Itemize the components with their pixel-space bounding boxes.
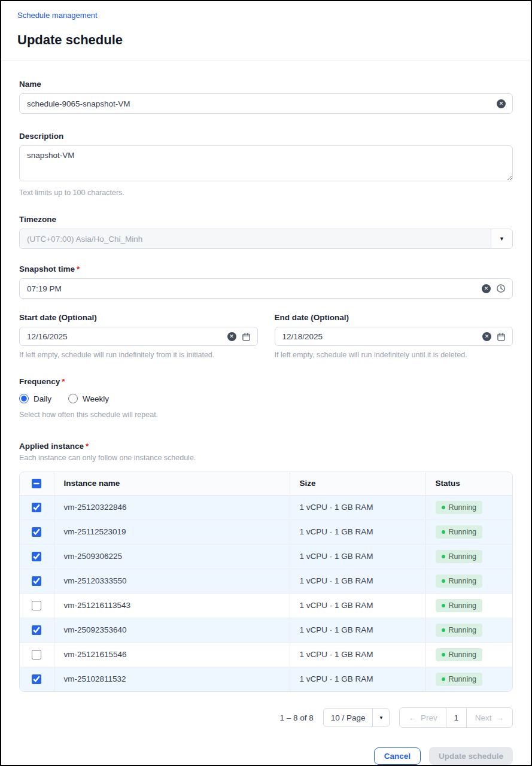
timezone-value: (UTC+07:00) Asia/Ho_Chi_Minh — [20, 229, 491, 248]
table-row[interactable]: vm-25120322846 1 vCPU · 1 GB RAM Running — [20, 495, 513, 519]
instance-name: vm-25092353640 — [54, 618, 290, 642]
table-row[interactable]: vm-25102811532 1 vCPU · 1 GB RAM Running — [20, 667, 513, 691]
status-dot-icon — [442, 506, 445, 509]
instance-name: vm-25102811532 — [54, 667, 290, 691]
applied-instance-helper: Each instance can only follow one instan… — [19, 454, 513, 462]
instance-table-body: vm-25120322846 1 vCPU · 1 GB RAM Running… — [20, 495, 513, 691]
clear-icon[interactable]: ✕ — [482, 332, 491, 341]
instance-table: Instance name Size Status vm-25120322846… — [19, 472, 513, 692]
instance-name: vm-25112523019 — [54, 519, 290, 544]
snapshot-time-label: Snapshot time* — [19, 265, 80, 273]
clear-icon[interactable]: ✕ — [497, 99, 506, 108]
row-checkbox[interactable] — [32, 601, 41, 610]
frequency-option-daily[interactable]: Daily — [19, 394, 51, 403]
status-dot-icon — [442, 579, 445, 583]
row-checkbox-cell — [20, 593, 54, 618]
status-badge: Running — [436, 525, 483, 539]
instance-size: 1 vCPU · 1 GB RAM — [290, 544, 425, 569]
clock-icon[interactable] — [496, 284, 506, 293]
table-row[interactable]: vm-2509306225 1 vCPU · 1 GB RAM Running — [20, 544, 513, 569]
table-row[interactable]: vm-251216113543 1 vCPU · 1 GB RAM Runnin… — [20, 593, 513, 618]
row-checkbox-cell — [20, 569, 54, 593]
column-header-instance-name: Instance name — [54, 472, 290, 495]
frequency-option-label: Weekly — [83, 394, 109, 403]
cancel-button[interactable]: Cancel — [374, 747, 421, 765]
next-page-button[interactable]: Next → — [466, 708, 512, 727]
status-cell: Running — [425, 569, 513, 593]
status-badge: Running — [436, 673, 483, 686]
row-checkbox-cell — [20, 642, 54, 667]
clear-icon[interactable]: ✕ — [482, 284, 491, 293]
start-date-field: Start date (Optional) ✕ If left empty, s… — [19, 312, 258, 359]
timezone-field: Timezone (UTC+07:00) Asia/Ho_Chi_Minh ▼ — [19, 214, 513, 249]
chevron-down-icon[interactable]: ▼ — [491, 229, 512, 248]
start-date-input-wrap: ✕ — [19, 327, 258, 346]
table-row[interactable]: vm-25121615546 1 vCPU · 1 GB RAM Running — [20, 642, 513, 667]
table-row[interactable]: vm-25112523019 1 vCPU · 1 GB RAM Running — [20, 519, 513, 544]
row-checkbox[interactable] — [32, 503, 41, 512]
calendar-icon[interactable] — [242, 332, 251, 341]
status-badge: Running — [436, 550, 483, 563]
description-textarea[interactable]: snapshot-VM — [19, 145, 513, 181]
instance-size: 1 vCPU · 1 GB RAM — [290, 667, 425, 691]
frequency-field: Frequency* Daily Weekly Select how often… — [19, 376, 513, 419]
start-date-helper: If left empty, schedule will run indefin… — [19, 351, 258, 359]
select-all-checkbox[interactable] — [32, 479, 41, 488]
status-label: Running — [449, 675, 477, 683]
status-label: Running — [449, 651, 477, 659]
status-label: Running — [449, 601, 477, 610]
frequency-helper: Select how often this schedule will repe… — [19, 411, 513, 419]
current-page-button[interactable]: 1 — [446, 708, 466, 727]
update-schedule-button[interactable]: Update schedule — [429, 747, 513, 765]
breadcrumb[interactable]: Schedule management — [17, 11, 98, 20]
page-title: Update schedule — [17, 32, 515, 48]
status-badge: Running — [436, 574, 483, 588]
row-checkbox[interactable] — [32, 552, 41, 561]
frequency-radio-weekly[interactable] — [68, 394, 78, 403]
description-label: Description — [19, 132, 63, 141]
required-mark: * — [86, 442, 89, 451]
status-label: Running — [449, 552, 477, 561]
status-cell: Running — [425, 667, 513, 691]
description-field: Description snapshot-VM Text limits up t… — [19, 130, 513, 197]
instance-size: 1 vCPU · 1 GB RAM — [290, 519, 425, 544]
name-label: Name — [19, 80, 41, 89]
instance-size: 1 vCPU · 1 GB RAM — [290, 569, 425, 593]
status-dot-icon — [442, 604, 445, 607]
frequency-option-label: Daily — [34, 394, 51, 403]
frequency-radio-daily[interactable] — [19, 394, 29, 403]
start-date-input[interactable] — [27, 332, 222, 341]
status-label: Running — [449, 626, 477, 634]
end-date-field: End date (Optional) ✕ If left empty, sch… — [275, 312, 513, 359]
chevron-down-icon[interactable]: ▼ — [372, 709, 389, 727]
name-input-wrap: ✕ — [19, 93, 513, 114]
status-cell: Running — [425, 642, 513, 667]
instance-name: vm-251216113543 — [54, 593, 290, 618]
row-checkbox[interactable] — [32, 650, 41, 659]
row-checkbox[interactable] — [32, 674, 41, 684]
frequency-option-weekly[interactable]: Weekly — [68, 394, 109, 403]
row-checkbox-cell — [20, 667, 54, 691]
row-checkbox[interactable] — [32, 527, 41, 537]
name-input[interactable] — [27, 99, 491, 108]
page-size-select[interactable]: 10 / Page ▼ — [323, 708, 390, 727]
row-checkbox[interactable] — [32, 625, 41, 635]
snapshot-time-input[interactable] — [27, 284, 476, 293]
status-label: Running — [449, 528, 477, 536]
table-row[interactable]: vm-25120333550 1 vCPU · 1 GB RAM Running — [20, 569, 513, 593]
end-date-helper: If left empty, schedule will run indefin… — [275, 351, 513, 359]
row-checkbox-cell — [20, 495, 54, 519]
page-header: Schedule management Update schedule — [1, 1, 531, 48]
clear-icon[interactable]: ✕ — [227, 332, 236, 341]
row-checkbox-cell — [20, 618, 54, 642]
calendar-icon[interactable] — [497, 332, 506, 341]
table-row[interactable]: vm-25092353640 1 vCPU · 1 GB RAM Running — [20, 618, 513, 642]
page-size-value: 10 / Page — [324, 709, 373, 727]
row-checkbox[interactable] — [32, 576, 41, 586]
end-date-input[interactable] — [282, 332, 478, 341]
snapshot-time-input-wrap: ✕ — [19, 278, 513, 299]
instance-name: vm-25120322846 — [54, 495, 290, 519]
prev-page-button[interactable]: ← Prev — [400, 708, 445, 727]
instance-name: vm-25120333550 — [54, 569, 290, 593]
next-label: Next — [475, 713, 492, 722]
